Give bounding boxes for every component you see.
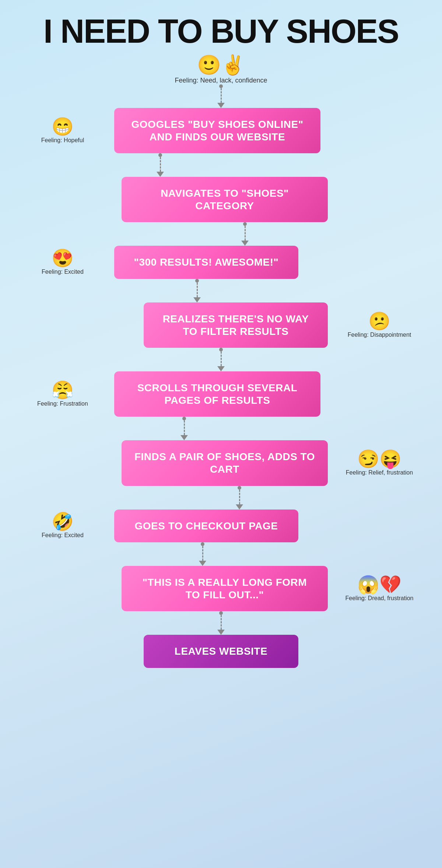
step1-box-area: GOOGLES "BUY SHOES ONLINE"AND FINDS OUR … <box>103 108 339 153</box>
flow-diagram: 🙂✌️ Feeling: Need, lack, confidence 😁 Fe… <box>22 55 420 668</box>
dot-8 <box>219 611 223 615</box>
step7-box-area: GOES TO CHECKOUT PAGE <box>103 510 339 543</box>
step5-left-note: 😤 Feeling: Frustration <box>22 381 103 407</box>
connector-4 <box>217 348 225 371</box>
step4-box: REALIZES THERE'S NO WAYTO FILTER RESULTS <box>144 302 328 348</box>
vline-5 <box>184 420 185 435</box>
connector-3 <box>193 279 201 302</box>
step4-right-note: 😕 Feeling: Disappointment <box>339 312 420 338</box>
dot-0 <box>219 84 223 88</box>
step8-box: "THIS IS A REALLY LONG FORMTO FILL OUT..… <box>122 566 328 611</box>
step7-left-note: 🤣 Feeling: Excited <box>22 513 103 539</box>
step2-box: NAVIGATES TO "SHOES" CATEGORY <box>122 177 328 222</box>
vline-6 <box>239 490 240 504</box>
step7-emoji: 🤣 <box>52 513 74 531</box>
arrow-8 <box>217 630 225 635</box>
dot-4 <box>219 348 223 351</box>
arrow-1 <box>157 172 164 177</box>
connector-6 <box>236 486 243 510</box>
vline-0 <box>221 88 222 103</box>
main-title: I NEED TO BUY SHOES <box>22 15 420 48</box>
step-3: 😍 Feeling: Excited "300 RESULTS! AWESOME… <box>22 246 420 279</box>
step8-right-note: 😱💔 Feeling: Dread, frustration <box>339 576 420 602</box>
step-9-row: LEAVES WEBSITE <box>22 635 420 668</box>
step1-box: GOOGLES "BUY SHOES ONLINE"AND FINDS OUR … <box>114 108 320 153</box>
step9-box: LEAVES WEBSITE <box>144 635 298 668</box>
step4-box-area: REALIZES THERE'S NO WAYTO FILTER RESULTS <box>103 302 339 348</box>
step-2: NAVIGATES TO "SHOES" CATEGORY <box>22 177 420 222</box>
step4-feeling: Feeling: Disappointment <box>348 332 411 338</box>
start-emojis: 🙂✌️ <box>197 55 245 74</box>
step1-feeling: Feeling: Hopeful <box>41 137 84 144</box>
page-wrapper: I NEED TO BUY SHOES 🙂✌️ Feeling: Need, l… <box>0 0 442 690</box>
arrow-6 <box>236 504 243 510</box>
step1-emoji: 😁 <box>52 118 74 136</box>
step7-feeling: Feeling: Excited <box>42 532 84 539</box>
arrow-0 <box>217 103 225 108</box>
step-6: FINDS A PAIR OF SHOES, ADDS TO CART 😏😝 F… <box>22 440 420 486</box>
step1-left-note: 😁 Feeling: Hopeful <box>22 118 103 144</box>
dot-3 <box>195 279 199 283</box>
dot-1 <box>158 153 162 157</box>
step3-feeling: Feeling: Excited <box>42 269 84 275</box>
step2-box-area: NAVIGATES TO "SHOES" CATEGORY <box>103 177 339 222</box>
dot-6 <box>238 486 241 490</box>
connector-8 <box>217 611 225 635</box>
dot-7 <box>201 542 204 546</box>
step5-box-area: SCROLLS THROUGH SEVERALPAGES OF RESULTS <box>103 371 339 417</box>
step-8: "THIS IS A REALLY LONG FORMTO FILL OUT..… <box>22 566 420 611</box>
step6-right-note: 😏😝 Feeling: Relief, frustration <box>339 450 420 476</box>
step3-box: "300 RESULTS! AWESOME!" <box>114 246 298 279</box>
vline-4 <box>221 351 222 366</box>
step-7: 🤣 Feeling: Excited GOES TO CHECKOUT PAGE <box>22 510 420 543</box>
step8-feeling: Feeling: Dread, frustration <box>345 595 414 602</box>
vline-1 <box>160 157 161 172</box>
dot-5 <box>182 417 186 420</box>
step-4: REALIZES THERE'S NO WAYTO FILTER RESULTS… <box>22 302 420 348</box>
start-area: 🙂✌️ Feeling: Need, lack, confidence <box>175 55 267 84</box>
vline-8 <box>221 615 222 630</box>
step5-box: SCROLLS THROUGH SEVERALPAGES OF RESULTS <box>114 371 320 417</box>
step-5: 😤 Feeling: Frustration SCROLLS THROUGH S… <box>22 371 420 417</box>
vline-3 <box>197 283 198 297</box>
step7-box: GOES TO CHECKOUT PAGE <box>114 510 298 543</box>
step6-feeling: Feeling: Relief, frustration <box>346 469 413 476</box>
step6-box: FINDS A PAIR OF SHOES, ADDS TO CART <box>122 440 328 486</box>
step3-box-area: "300 RESULTS! AWESOME!" <box>103 246 339 279</box>
arrow-4 <box>217 366 225 371</box>
vline-2 <box>245 226 246 241</box>
step5-emoji: 😤 <box>52 381 74 399</box>
arrow-2 <box>241 241 249 246</box>
step6-emoji: 😏😝 <box>357 450 401 468</box>
connector-7 <box>199 542 206 566</box>
connector-2 <box>241 222 249 246</box>
arrow-7 <box>199 561 206 566</box>
step8-box-area: "THIS IS A REALLY LONG FORMTO FILL OUT..… <box>103 566 339 611</box>
connector-0 <box>217 84 225 108</box>
step3-left-note: 😍 Feeling: Excited <box>22 249 103 275</box>
step8-emoji: 😱💔 <box>357 576 401 594</box>
step4-emoji: 😕 <box>368 312 390 330</box>
vline-7 <box>202 546 203 561</box>
step5-feeling: Feeling: Frustration <box>37 400 88 407</box>
step6-box-area: FINDS A PAIR OF SHOES, ADDS TO CART <box>103 440 339 486</box>
step-1: 😁 Feeling: Hopeful GOOGLES "BUY SHOES ON… <box>22 108 420 153</box>
connector-5 <box>180 417 188 440</box>
arrow-3 <box>193 297 201 302</box>
dot-2 <box>243 222 247 226</box>
start-feeling: Feeling: Need, lack, confidence <box>175 77 267 84</box>
connector-1 <box>157 153 164 177</box>
step3-emoji: 😍 <box>52 249 74 267</box>
arrow-5 <box>180 435 188 440</box>
